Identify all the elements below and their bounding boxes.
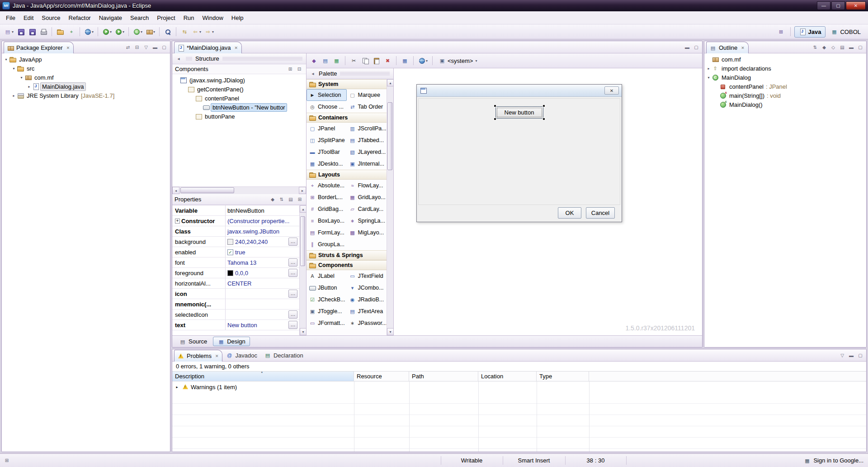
palette-item[interactable]: ▦JDeskto... (307, 158, 347, 170)
package-explorer-tab[interactable]: Package Explorer ✕ (4, 42, 74, 53)
tab-source[interactable]: ▤ Source (175, 337, 212, 346)
expand-icon[interactable]: + (175, 219, 180, 224)
selection-handle[interactable] (542, 118, 545, 120)
property-row[interactable]: fontTahoma 13… (172, 257, 299, 268)
perspective-java-button[interactable]: Java (794, 26, 826, 38)
collapse-west-icon[interactable]: ◂ (175, 55, 183, 62)
minimize-icon[interactable]: ▬ (847, 43, 855, 51)
tree-item[interactable]: contentPanel (172, 94, 306, 103)
property-value[interactable]: CENTER (226, 278, 299, 288)
palette-item[interactable]: ◉JRadioB... (347, 294, 387, 305)
sort-icon[interactable]: ⇅ (811, 43, 819, 51)
minimize-icon[interactable]: ▬ (847, 352, 855, 359)
selection-handle[interactable] (494, 105, 496, 107)
scrollbar-thumb[interactable] (300, 216, 305, 266)
property-value[interactable]: New button… (226, 320, 299, 330)
palette-item[interactable]: ☑JCheckB... (307, 294, 347, 305)
ellipsis-button[interactable]: … (288, 290, 297, 298)
property-row[interactable]: horizontalAl...CENTER (172, 278, 299, 289)
property-value[interactable]: … (226, 289, 299, 299)
tab-javadoc[interactable]: @Javadoc (223, 349, 260, 361)
collapse-all-icon[interactable]: ⊟ (133, 43, 141, 51)
property-value[interactable]: Tahoma 13… (226, 257, 299, 267)
palette-item[interactable]: ▦GridLayo... (347, 191, 387, 203)
hide-fields-icon[interactable]: ◆ (820, 43, 828, 51)
run-button[interactable]: ▾ (101, 26, 113, 37)
scrollbar-thumb[interactable] (387, 102, 392, 170)
collapsed-arrow-icon[interactable]: ▸ (26, 85, 32, 89)
menu-navigate[interactable]: Navigate (95, 13, 126, 23)
collapsed-arrow-icon[interactable]: ▸ (11, 94, 17, 98)
print-button[interactable] (38, 26, 49, 37)
maximize-icon[interactable]: ▢ (692, 43, 700, 51)
palette-item[interactable]: ∗JPasswor... (347, 317, 387, 329)
property-value[interactable] (226, 299, 299, 309)
palette-item[interactable]: ⇄Tab Order (347, 101, 387, 113)
selection-handle[interactable] (494, 118, 496, 120)
tree-item[interactable]: ▾MainDialog (704, 73, 866, 82)
menu-search[interactable]: Search (126, 13, 153, 23)
collapsed-arrow-icon[interactable]: ▸ (174, 385, 180, 389)
palette-group-header[interactable]: System (307, 79, 387, 89)
palette-item[interactable]: ▭JTextField (347, 270, 387, 282)
vertical-scrollbar[interactable]: ▴ ▾ (299, 205, 306, 335)
external-tools-button[interactable]: ▾ (113, 26, 126, 37)
perspective-cobol-button[interactable]: ▦COBOL (826, 26, 865, 38)
palette-item[interactable]: ▢JPanel (307, 123, 347, 134)
show-events-button[interactable]: ▦ (331, 56, 342, 66)
close-icon[interactable]: ✕ (215, 354, 219, 358)
scroll-down-icon[interactable]: ▾ (387, 328, 394, 335)
column-header-path[interactable]: Path (409, 372, 478, 381)
save-all-button[interactable] (27, 26, 38, 37)
scrollbar-thumb[interactable] (180, 187, 234, 193)
property-value[interactable]: btnNewButton (226, 205, 299, 215)
palette-item[interactable]: ▥JScrollPa... (347, 123, 387, 134)
tree-item[interactable]: getContentPane() (172, 85, 306, 94)
ellipsis-button[interactable]: … (288, 238, 297, 246)
tree-item[interactable]: contentPanel : JPanel (704, 82, 866, 91)
save-button[interactable] (15, 26, 26, 37)
menu-file[interactable]: File (2, 13, 19, 23)
maximize-icon[interactable]: ▢ (856, 43, 864, 51)
close-icon[interactable]: ✕ (66, 46, 70, 50)
copy-button[interactable] (360, 56, 370, 66)
new-button[interactable]: ▤▾ (3, 26, 15, 37)
palette-item[interactable]: ◎Choose ... (307, 101, 347, 113)
palette-item[interactable]: ▤JTabbed... (347, 134, 387, 146)
ellipsis-button[interactable]: … (288, 321, 297, 329)
menu-edit[interactable]: Edit (19, 13, 38, 23)
minimize-icon[interactable]: ▬ (151, 43, 159, 51)
selection-handle[interactable] (542, 105, 545, 107)
property-row[interactable]: +Constructor(Constructor propertie... (172, 216, 299, 226)
tab-problems[interactable]: Problems✕ (174, 350, 222, 362)
tree-item[interactable]: btnNewButton - "New buttor (172, 103, 306, 112)
palette-item[interactable]: +Absolute... (307, 180, 347, 191)
collapse-all-icon[interactable]: ⊟ (295, 65, 303, 73)
property-value[interactable]: … (226, 310, 299, 319)
palette-item[interactable]: ▭JFormatt... (307, 317, 347, 329)
new-class-button[interactable]: ▾ (132, 26, 144, 37)
property-row[interactable]: enabled✓true (172, 247, 299, 257)
palette-group-header[interactable]: Struts & Springs (307, 250, 387, 260)
open-browser-button[interactable]: ▾ (83, 26, 95, 37)
palette-item[interactable]: JButton (307, 282, 347, 294)
property-row[interactable]: mnemonic(... (172, 299, 299, 310)
link-with-editor-icon[interactable]: ⇄ (124, 43, 132, 51)
menu-source[interactable]: Source (38, 13, 64, 23)
tab-design[interactable]: ▦ Design (213, 337, 250, 346)
tree-item[interactable]: buttonPane (172, 112, 306, 121)
expand-all-icon[interactable]: ⊞ (286, 65, 294, 73)
property-value[interactable]: javax.swing.JButton (226, 226, 299, 236)
palette-item[interactable]: ∥GroupLa... (307, 238, 347, 250)
tree-item[interactable]: com.mf (704, 55, 866, 64)
property-value[interactable]: (Constructor propertie... (226, 216, 299, 226)
palette-item[interactable]: #GridBag... (307, 203, 347, 215)
cancel-button[interactable]: Cancel (586, 207, 615, 219)
property-row[interactable]: background240,240,240… (172, 237, 299, 247)
palette-item[interactable]: AJLabel (307, 270, 347, 282)
design-canvas[interactable]: ✕ New button (394, 68, 702, 335)
tab-declaration[interactable]: ▤Declaration (261, 349, 307, 361)
delete-button[interactable]: ✖ (382, 56, 393, 66)
column-header-resource[interactable]: Resource (354, 372, 409, 381)
outline-tab[interactable]: ▤ Outline ✕ (706, 42, 749, 53)
